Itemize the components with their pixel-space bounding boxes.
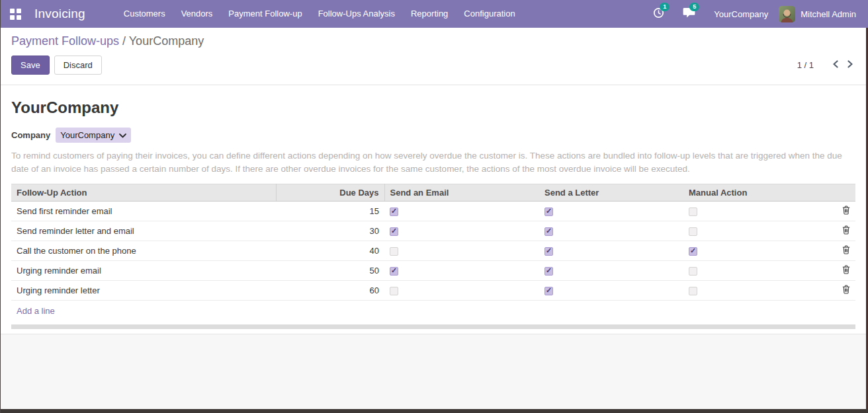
- company-select-value: YourCompany: [60, 130, 114, 140]
- delete-row-button[interactable]: [842, 285, 850, 294]
- nav-item-reporting[interactable]: Reporting: [403, 0, 456, 28]
- manual-action-checkbox[interactable]: [689, 207, 697, 216]
- add-a-line-link[interactable]: Add a line: [11, 301, 855, 321]
- nav-menu: CustomersVendorsPayment Follow-upFollow-…: [116, 0, 523, 28]
- trash-icon: [842, 227, 850, 237]
- nav-item-vendors[interactable]: Vendors: [173, 0, 221, 28]
- send-email-checkbox[interactable]: [390, 227, 398, 236]
- cell-followup-action[interactable]: Send first reminder email: [11, 202, 276, 221]
- breadcrumb-separator: /: [119, 34, 129, 48]
- followup-description: To remind customers of paying their invo…: [11, 149, 855, 175]
- manual-action-checkbox[interactable]: [689, 227, 697, 236]
- send-letter-checkbox[interactable]: [544, 207, 553, 216]
- breadcrumb-parent-link[interactable]: Payment Follow-ups: [11, 34, 119, 48]
- delete-row-button[interactable]: [842, 265, 850, 274]
- cell-due-days[interactable]: 15: [276, 202, 384, 221]
- send-letter-checkbox[interactable]: [544, 267, 553, 276]
- cell-send-email: [384, 261, 539, 281]
- send-email-checkbox[interactable]: [390, 207, 398, 216]
- send-letter-checkbox[interactable]: [544, 247, 553, 256]
- cell-delete: [837, 221, 855, 241]
- cell-manual-action: [683, 241, 837, 261]
- apps-menu-icon[interactable]: [10, 9, 21, 20]
- chevron-right-icon: [847, 60, 853, 70]
- column-header-send-a-letter[interactable]: Send a Letter: [539, 184, 683, 202]
- window-bottom-edge: [1, 409, 868, 413]
- trash-icon: [842, 246, 850, 256]
- cell-manual-action: [683, 261, 837, 281]
- pager-next-button[interactable]: [843, 59, 857, 71]
- cell-followup-action[interactable]: Call the customer on the phone: [11, 241, 276, 261]
- send-email-checkbox[interactable]: [390, 247, 398, 256]
- page-title: YourCompany: [11, 98, 857, 117]
- cell-send-letter: [539, 261, 683, 281]
- table-header-row: Follow-Up Action Due Days Send an Email …: [11, 184, 855, 202]
- cell-due-days[interactable]: 30: [276, 221, 384, 241]
- cell-due-days[interactable]: 50: [276, 261, 384, 281]
- nav-item-follow-ups-analysis[interactable]: Follow-Ups Analysis: [310, 0, 403, 28]
- followup-levels-table: Follow-Up Action Due Days Send an Email …: [11, 184, 855, 321]
- column-header-actions: [837, 184, 855, 202]
- company-select[interactable]: YourCompany: [56, 128, 131, 143]
- app-name[interactable]: Invoicing: [34, 7, 85, 21]
- save-button[interactable]: Save: [11, 56, 50, 75]
- top-navbar: Invoicing CustomersVendorsPayment Follow…: [1, 0, 868, 28]
- manual-action-checkbox[interactable]: [689, 267, 697, 276]
- cell-manual-action: [683, 281, 837, 301]
- trash-icon: [842, 266, 850, 276]
- delete-row-button[interactable]: [842, 225, 850, 235]
- table-row[interactable]: Urging reminder email50: [11, 261, 855, 281]
- cell-followup-action[interactable]: Send reminder letter and email: [11, 221, 276, 241]
- delete-row-button[interactable]: [842, 206, 850, 215]
- cell-manual-action: [683, 202, 837, 221]
- followup-table-body: Send first reminder email15Send reminder…: [11, 202, 855, 301]
- activity-count-badge: 1: [660, 3, 670, 11]
- manual-action-checkbox[interactable]: [689, 287, 697, 295]
- discard-button[interactable]: Discard: [54, 56, 102, 75]
- nav-item-payment-follow-up[interactable]: Payment Follow-up: [220, 0, 310, 28]
- column-header-send-an-email[interactable]: Send an Email: [384, 184, 539, 202]
- invoicing-app-window: Invoicing CustomersVendorsPayment Follow…: [0, 0, 868, 413]
- control-panel-buttons: Save Discard 1 / 1: [11, 56, 857, 75]
- send-email-checkbox[interactable]: [390, 287, 398, 295]
- column-header-due-days[interactable]: Due Days: [276, 184, 384, 202]
- activities-button[interactable]: 1: [653, 7, 664, 21]
- cell-delete: [837, 261, 855, 281]
- user-avatar[interactable]: [779, 6, 795, 22]
- cell-delete: [837, 241, 855, 261]
- control-panel: Payment Follow-ups / YourCompany Save Di…: [1, 28, 868, 85]
- table-row[interactable]: Send first reminder email15: [11, 202, 855, 221]
- nav-item-customers[interactable]: Customers: [116, 0, 173, 28]
- pager: 1 / 1: [797, 59, 857, 71]
- company-field-row: Company YourCompany: [11, 128, 857, 143]
- table-horizontal-scrollbar[interactable]: [11, 324, 855, 329]
- cell-send-email: [384, 241, 539, 261]
- company-switcher[interactable]: YourCompany: [714, 9, 768, 19]
- cell-send-letter: [539, 202, 683, 221]
- messages-button[interactable]: 5: [683, 7, 695, 21]
- column-header-manual-action[interactable]: Manual Action: [683, 184, 837, 202]
- nav-item-configuration[interactable]: Configuration: [456, 0, 523, 28]
- company-field-label: Company: [11, 130, 50, 140]
- table-row[interactable]: Send reminder letter and email30: [11, 221, 855, 241]
- cell-due-days[interactable]: 40: [276, 241, 384, 261]
- breadcrumb-current: YourCompany: [129, 34, 204, 48]
- table-row[interactable]: Urging reminder letter60: [11, 281, 855, 301]
- cell-followup-action[interactable]: Urging reminder email: [11, 261, 276, 281]
- cell-send-email: [384, 202, 539, 221]
- cell-due-days[interactable]: 60: [276, 281, 384, 301]
- cell-followup-action[interactable]: Urging reminder letter: [11, 281, 276, 301]
- column-header-followup-action[interactable]: Follow-Up Action: [11, 184, 276, 202]
- chevron-left-icon: [832, 60, 839, 70]
- manual-action-checkbox[interactable]: [689, 247, 697, 256]
- cell-delete: [837, 202, 855, 221]
- delete-row-button[interactable]: [842, 245, 850, 254]
- table-row[interactable]: Call the customer on the phone40: [11, 241, 855, 261]
- user-menu[interactable]: Mitchell Admin: [801, 9, 856, 19]
- send-letter-checkbox[interactable]: [544, 227, 553, 236]
- cell-send-email: [384, 221, 539, 241]
- cell-send-letter: [539, 221, 683, 241]
- send-letter-checkbox[interactable]: [544, 287, 553, 295]
- send-email-checkbox[interactable]: [390, 267, 398, 276]
- pager-previous-button[interactable]: [828, 59, 843, 71]
